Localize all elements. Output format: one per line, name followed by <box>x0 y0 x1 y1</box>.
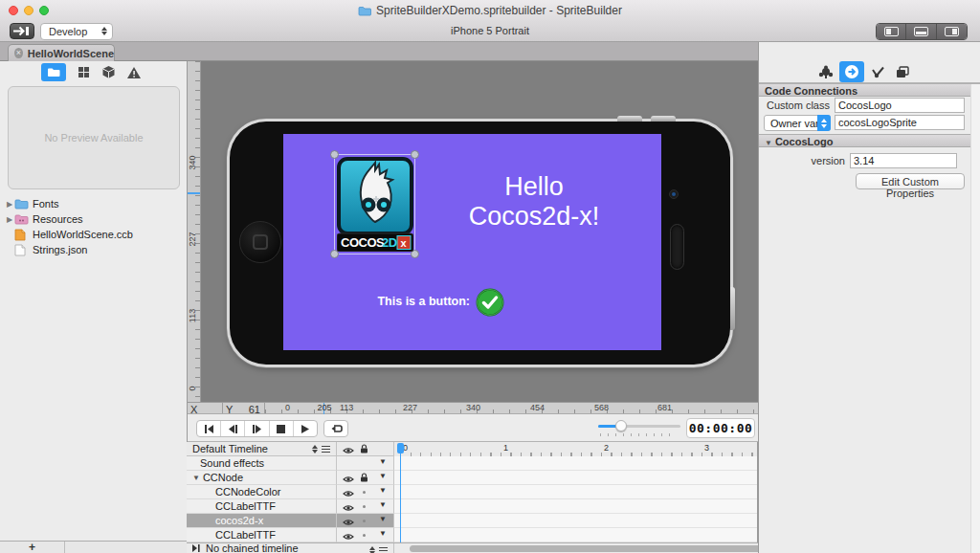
vertical-ruler: 340 227 113 0 <box>188 61 201 402</box>
tab-item-properties[interactable] <box>813 61 838 82</box>
list-item-resources[interactable]: ▶ Resources <box>0 211 187 227</box>
timeline-track[interactable] <box>394 499 757 514</box>
timeline-row-ccnode[interactable]: ▼CCNode ▼ <box>187 471 757 485</box>
tab-helloworldscene[interactable]: × HelloWorldScene <box>8 44 115 61</box>
bottom-panel-icon <box>914 27 928 36</box>
physics-joint-icon <box>871 66 885 78</box>
lock-dot-icon[interactable] <box>363 520 366 522</box>
section-cocoslogo[interactable]: ▼CocosLogo <box>759 134 980 147</box>
custom-class-field[interactable] <box>835 98 965 113</box>
owner-var-popup[interactable]: Owner var <box>764 115 831 131</box>
timeline-row-ccnodecolor[interactable]: CCNodeColor ▼ <box>187 485 757 499</box>
menu-icon[interactable] <box>322 446 330 453</box>
tab-warnings[interactable] <box>122 63 146 81</box>
skip-to-start-button[interactable] <box>197 421 221 436</box>
horizontal-ruler: 0 113 227 340 454 568 681 205 <box>265 403 758 413</box>
folder-icon <box>358 6 371 19</box>
toggle-right-panel-button[interactable] <box>937 24 967 39</box>
arrow-circle-icon <box>844 64 859 79</box>
timeline-row-sound-effects[interactable]: Sound effects ▼ <box>187 456 757 471</box>
window-chrome: SpriteBuilderXDemo.spritebuilder - Sprit… <box>0 0 980 42</box>
inspector-panel: Code Connections Custom class Owner var … <box>758 42 980 553</box>
eye-icon[interactable] <box>343 488 354 499</box>
keyframe-marker-icon[interactable]: ▼ <box>379 529 387 538</box>
add-resource-button[interactable]: + <box>0 542 65 553</box>
inspector-tabs <box>759 60 980 83</box>
step-back-button[interactable] <box>221 421 245 436</box>
toggle-bottom-panel-button[interactable] <box>906 24 936 39</box>
disclosure-triangle-icon[interactable]: ▼ <box>192 474 200 482</box>
chained-timeline-selector[interactable]: No chained timeline <box>187 543 394 553</box>
timeline-selector[interactable]: Default Timeline <box>187 442 337 455</box>
timeline-ruler[interactable]: 0 1 2 3 <box>394 442 757 456</box>
timeline-row-cclabelttf-2[interactable]: CCLabelTTF ▼ <box>187 528 757 542</box>
keyframe-marker-icon[interactable]: ▼ <box>379 515 387 523</box>
list-item-fonts[interactable]: ▶ Fonts <box>0 196 187 211</box>
eye-icon[interactable] <box>343 517 354 528</box>
step-forward-button[interactable] <box>245 421 269 436</box>
toggle-left-panel-button[interactable] <box>877 24 906 39</box>
eye-icon <box>343 445 354 456</box>
loop-playback-button[interactable] <box>323 420 348 437</box>
slider-knob[interactable] <box>615 420 627 431</box>
no-preview-label: No Preview Available <box>44 132 143 144</box>
stepper-icon <box>312 445 318 453</box>
tab-templates[interactable] <box>890 61 915 82</box>
disclosure-triangle-icon[interactable]: ▶ <box>7 215 14 224</box>
cocos2dx-logo-sprite[interactable]: COCOS 2D x <box>337 157 413 252</box>
version-field[interactable] <box>850 153 957 168</box>
cursor-x-readout: X <box>188 403 223 413</box>
edit-custom-properties-button[interactable]: Edit Custom Properties <box>856 173 965 189</box>
stage-canvas[interactable]: 340 227 113 0 <box>188 61 758 402</box>
disclosure-triangle-icon[interactable]: ▼ <box>765 139 772 147</box>
inspector-scrollbar[interactable] <box>970 84 980 553</box>
owner-var-field[interactable] <box>835 115 965 130</box>
close-tab-icon[interactable]: × <box>14 48 23 58</box>
timeline-track[interactable] <box>394 456 757 471</box>
timeline-row-cocos2dx-selected[interactable]: cocos2d-x ▼ <box>187 514 757 528</box>
playhead[interactable] <box>397 443 404 453</box>
keyframe-marker-icon[interactable]: ▼ <box>379 486 387 495</box>
svg-text:2D: 2D <box>382 235 397 250</box>
tab-files[interactable] <box>41 63 66 81</box>
timeline-zoom-slider[interactable] <box>598 420 680 435</box>
eye-icon[interactable] <box>343 502 354 514</box>
project-sidebar: No Preview Available ▶ Fonts ▶ Resources… <box>0 61 188 553</box>
section-code-connections[interactable]: Code Connections <box>759 83 980 97</box>
timeline-track[interactable] <box>394 514 757 528</box>
tab-tileless-editor[interactable] <box>71 63 96 81</box>
lock-dot-icon[interactable] <box>363 534 366 537</box>
hello-label[interactable]: Hello Cocos2d-x! <box>438 172 630 232</box>
timeline-track[interactable] <box>394 471 757 485</box>
tab-node-library[interactable] <box>96 63 121 81</box>
lock-icon[interactable] <box>360 473 368 484</box>
window-title: SpriteBuilderXDemo.spritebuilder - Sprit… <box>0 4 980 19</box>
keyframe-marker-icon[interactable]: ▼ <box>379 472 387 480</box>
lock-dot-icon[interactable] <box>363 491 366 494</box>
play-button[interactable] <box>294 421 317 436</box>
tab-physics[interactable] <box>865 61 890 82</box>
checkmark-button[interactable] <box>476 288 504 317</box>
button-caption-label[interactable]: This is a button: <box>283 295 470 308</box>
eye-icon[interactable] <box>343 474 354 485</box>
keyframe-marker-icon[interactable]: ▼ <box>379 457 387 466</box>
timeline-row-cclabelttf[interactable]: CCLabelTTF ▼ <box>187 499 757 514</box>
lock-dot-icon[interactable] <box>363 505 366 508</box>
scene-viewport[interactable]: COCOS 2D x Hello Cocos2d-x! This is a bu… <box>283 134 661 350</box>
folder-pink-icon <box>14 213 29 225</box>
eye-icon[interactable] <box>343 531 354 542</box>
keyframe-marker-icon[interactable]: ▼ <box>379 500 387 509</box>
tab-code-connections[interactable] <box>839 61 864 82</box>
stop-button[interactable] <box>270 421 294 436</box>
menu-icon[interactable] <box>379 547 388 553</box>
list-item-strings-json[interactable]: Strings.json <box>0 242 187 257</box>
lock-icon <box>360 444 368 455</box>
properties-icon <box>818 65 834 79</box>
list-item-helloworldscene-ccb[interactable]: HelloWorldScene.ccb <box>0 227 187 242</box>
warning-icon <box>126 66 142 79</box>
disclosure-triangle-icon[interactable]: ▶ <box>7 200 14 209</box>
timeline-track[interactable] <box>394 485 757 499</box>
sidebar-mode-tabs <box>0 61 187 84</box>
cube-icon <box>101 65 116 79</box>
timeline-track[interactable] <box>394 528 757 542</box>
